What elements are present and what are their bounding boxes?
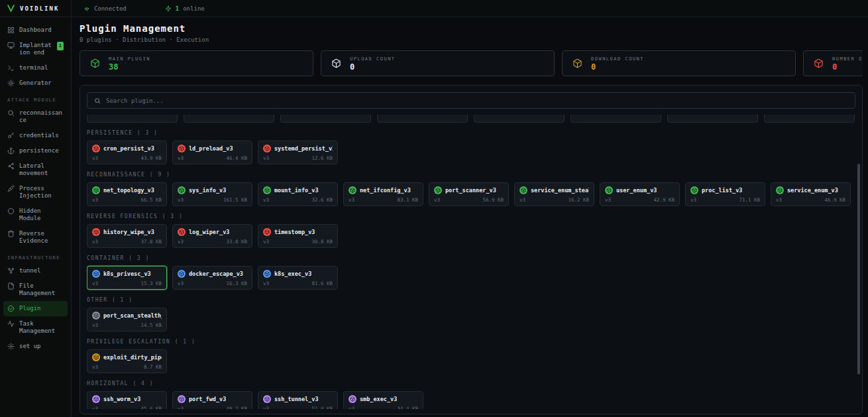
plugin-category-reverse-forensics: REVERSE FORENSICS ( 3 ) history_wipe_v3 … xyxy=(87,213,855,248)
sidebar-item-reverse-evidence[interactable]: Reverse Evidence xyxy=(3,226,68,249)
sidebar-item-reconnaissance[interactable]: reconnaissance xyxy=(3,105,68,128)
plugin-card-port-scan-stealth-v3[interactable]: port_scan_stealth_v3 v3 14.5 KB xyxy=(87,308,167,331)
plugin-version: v3 xyxy=(178,155,184,161)
scrollbar-thumb[interactable] xyxy=(857,164,860,375)
cube-icon xyxy=(572,58,582,68)
plugin-card-smb-exec-v3[interactable]: smb_exec_v3 v3 34.4 KB xyxy=(343,391,423,409)
package-icon xyxy=(263,270,271,278)
plugin-size: 16.2 KB xyxy=(568,197,589,203)
search-icon xyxy=(94,97,101,104)
plugin-card-clipped[interactable] xyxy=(570,115,661,123)
plugin-card-user-enum-v3[interactable]: user_enum_v3 v3 42.9 KB xyxy=(600,182,680,206)
plugin-category-container: CONTAINER ( 3 ) k8s_privesc_v3 v3 15.3 K… xyxy=(87,255,855,290)
sidebar-item-lateral-movement[interactable]: Lateral movement xyxy=(3,158,68,181)
wifi-icon xyxy=(83,5,90,12)
plugin-category-other: OTHER ( 1 ) port_scan_stealth_v3 v3 14.5… xyxy=(87,297,855,331)
plugin-card-port-scanner-v3[interactable]: port_scanner_v3 v3 56.9 KB xyxy=(429,182,509,206)
plugin-size: 33.8 KB xyxy=(226,239,247,245)
sidebar-item-file-management[interactable]: File Management xyxy=(3,278,68,301)
plugin-panel: PERSISTENCE ( 3 ) cron_persist_v3 v3 43.… xyxy=(80,85,863,414)
sidebar-item-hidden-module[interactable]: Hidden Module xyxy=(3,204,68,226)
plugin-version: v3 xyxy=(263,155,269,161)
stat-label: NUMBER OF ERRORS xyxy=(832,56,863,62)
plugin-version: v3 xyxy=(263,197,269,203)
plugin-card-clipped[interactable] xyxy=(764,115,855,123)
plugin-name: docker_escape_v3 xyxy=(189,270,243,277)
sidebar-item-dashboard[interactable]: Dashboard xyxy=(3,23,68,38)
plugin-card-ssh-tunnel-v3[interactable]: ssh_tunnel_v3 v3 51.0 KB xyxy=(258,391,338,409)
package-icon xyxy=(92,312,100,320)
sidebar-item-implantation-end[interactable]: Implantation end 1 xyxy=(3,38,68,60)
plugin-size: 15.3 KB xyxy=(140,280,162,286)
sidebar-item-terminal[interactable]: terminal xyxy=(3,60,68,76)
sidebar-item-task-management[interactable]: Task Management xyxy=(3,316,68,339)
package-icon xyxy=(263,228,271,236)
plugin-card-clipped[interactable] xyxy=(87,115,178,123)
plugin-card-sys-info-v3[interactable]: sys_info_v3 v3 161.5 KB xyxy=(172,182,252,206)
search-icon xyxy=(7,109,15,117)
plugin-version: v3 xyxy=(178,406,184,409)
plugin-version: v3 xyxy=(263,280,269,286)
search-input[interactable] xyxy=(106,97,848,104)
sidebar-item-label: set up xyxy=(19,343,64,350)
sidebar-item-label: File Management xyxy=(19,282,64,297)
sidebar-item-generator[interactable]: Generator xyxy=(3,76,68,91)
plugin-card-service-enum-v3[interactable]: service_enum_v3 v3 46.9 KB xyxy=(771,182,851,206)
package-icon xyxy=(92,353,100,361)
plugin-size: 56.9 KB xyxy=(482,197,504,203)
plugin-card-clipped[interactable] xyxy=(667,115,758,123)
sidebar-item-set-up[interactable]: set up xyxy=(3,339,68,354)
package-icon xyxy=(434,186,442,194)
plugin-version: v3 xyxy=(690,197,696,203)
plugin-size: 42.9 KB xyxy=(653,197,675,203)
plugin-card-k8s-privesc-v3[interactable]: k8s_privesc_v3 v3 15.3 KB xyxy=(87,266,167,290)
plugin-card-ssh-worm-v3[interactable]: ssh_worm_v3 v3 45.6 KB xyxy=(87,391,167,409)
plugin-version: v3 xyxy=(92,280,98,286)
package-icon xyxy=(263,145,271,152)
plugin-version: v3 xyxy=(92,155,98,161)
plugin-card-history-wipe-v3[interactable]: history_wipe_v3 v3 37.8 KB xyxy=(87,224,167,248)
activity-icon xyxy=(7,320,15,328)
category-label: CONTAINER ( 3 ) xyxy=(87,255,855,261)
plugin-size: 14.5 KB xyxy=(140,322,162,328)
sidebar-item-plugin[interactable]: Plugin xyxy=(3,301,68,316)
plugin-card-clipped[interactable] xyxy=(280,115,371,123)
plugin-card-net-topology-v3[interactable]: net_topology_v3 v3 66.5 KB xyxy=(87,182,167,206)
plugin-size: 34.4 KB xyxy=(397,406,418,409)
brand-name: VOIDLINK xyxy=(20,5,59,12)
plugin-name: history_wipe_v3 xyxy=(103,229,154,235)
sidebar-item-label: Process Injection xyxy=(19,185,64,200)
plugin-card-docker-escape-v3[interactable]: docker_escape_v3 v3 16.3 KB xyxy=(172,266,252,290)
sidebar-item-credentials[interactable]: credentials xyxy=(3,128,68,143)
sidebar-item-tunnel[interactable]: tunnel xyxy=(3,263,68,278)
plugin-name: exploit_dirty_pipe_… xyxy=(103,354,162,361)
plugin-card-cron-persist-v3[interactable]: cron_persist_v3 v3 43.9 KB xyxy=(87,141,167,164)
plugin-card-port-fwd-v3[interactable]: port_fwd_v3 v3 48.2 KB xyxy=(172,391,252,409)
plugin-card-net-ifconfig-v3[interactable]: net_ifconfig_v3 v3 83.1 KB xyxy=(343,182,423,206)
plugin-card-systemd-persist-v3[interactable]: systemd_persist_v3 v3 12.6 KB xyxy=(258,141,338,164)
plugin-card-clipped[interactable] xyxy=(184,115,274,123)
plugin-version: v3 xyxy=(92,322,98,328)
package-icon xyxy=(776,186,784,194)
plugin-card-mount-info-v3[interactable]: mount_info_v3 v3 32.6 KB xyxy=(258,182,338,206)
package-icon xyxy=(178,145,186,152)
plugin-card-log-wiper-v3[interactable]: log_wiper_v3 v3 33.8 KB xyxy=(172,224,252,248)
plugin-size: 46.9 KB xyxy=(824,197,845,203)
plugin-name: net_topology_v3 xyxy=(103,187,154,194)
plugin-card-ld-preload-v3[interactable]: ld_preload_v3 v3 46.4 KB xyxy=(172,141,252,164)
plugin-card-clipped[interactable] xyxy=(474,115,565,123)
voidlink-logo-icon xyxy=(7,4,15,13)
plugin-card-clipped[interactable] xyxy=(377,115,468,123)
stat-card-number-of-errors: NUMBER OF ERRORS 0 xyxy=(803,50,863,76)
category-label: PRIVILEGE ESCALATION ( 1 ) xyxy=(87,339,855,345)
plugin-card-proc-list-v3[interactable]: proc_list_v3 v3 71.1 KB xyxy=(685,182,765,206)
plugin-card-exploit-dirty-pipe[interactable]: exploit_dirty_pipe_… v3 8.7 KB xyxy=(87,349,167,373)
sidebar-item-process-injection[interactable]: Process Injection xyxy=(3,181,68,204)
plugin-size: 43.9 KB xyxy=(140,155,162,161)
plugin-card-service-enum-stealt[interactable]: service_enum_stealt… v3 16.2 KB xyxy=(514,182,594,206)
plugin-version: v3 xyxy=(263,406,269,409)
plugin-card-k8s-exec-v3[interactable]: k8s_exec_v3 v3 81.6 KB xyxy=(258,266,338,290)
sidebar-item-persistence[interactable]: persistence xyxy=(3,143,68,158)
plugin-card-timestomp-v3[interactable]: timestomp_v3 v3 30.8 KB xyxy=(258,224,338,248)
plugin-name: proc_list_v3 xyxy=(702,187,742,194)
